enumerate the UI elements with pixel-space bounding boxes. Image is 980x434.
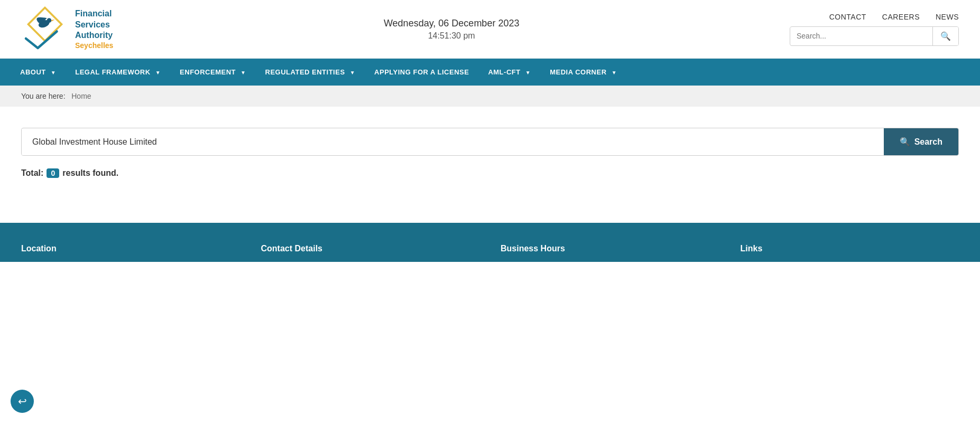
entity-search-input[interactable]	[22, 129, 884, 155]
top-links: CONTACT CAREERS NEWS	[829, 13, 959, 21]
results-count: 0	[47, 168, 59, 178]
header-search-box: 🔍	[790, 26, 959, 46]
datetime-display: Wednesday, 06 December 2023 14:51:30 pm	[384, 18, 520, 41]
search-button-label: Search	[914, 137, 942, 147]
careers-link[interactable]: CAREERS	[882, 13, 920, 21]
results-suffix: results found.	[62, 168, 118, 178]
logo-area: Financial Services Authority Seychelles	[21, 5, 113, 53]
news-link[interactable]: NEWS	[936, 13, 959, 21]
nav-link-regulated-entities[interactable]: REGULATED ENTITIES ▼	[256, 59, 365, 86]
top-bar: Financial Services Authority Seychelles …	[0, 0, 980, 59]
chevron-down-icon: ▼	[51, 70, 56, 76]
breadcrumb-prefix: You are here:	[21, 92, 66, 100]
logo-text: Financial Services Authority Seychelles	[75, 8, 113, 50]
footer-col-links: Links	[741, 244, 959, 262]
header-search-input[interactable]	[790, 27, 932, 44]
chevron-down-icon: ▼	[525, 70, 531, 76]
org-sub: Seychelles	[75, 41, 113, 50]
svg-marker-3	[51, 20, 54, 22]
chevron-down-icon: ▼	[612, 70, 617, 76]
nav-item-aml-cft: AML-CFT ▼	[478, 59, 540, 86]
nav-item-enforcement: ENFORCEMENT ▼	[170, 59, 255, 86]
results-total: Total: 0 results found.	[21, 168, 959, 178]
header-search-button[interactable]: 🔍	[932, 27, 958, 45]
nav-link-legal-framework[interactable]: LEGAL FRAMEWORK ▼	[66, 59, 170, 86]
footer-hours-heading: Business Hours	[501, 244, 719, 253]
nav-link-about[interactable]: ABOUT ▼	[11, 59, 66, 86]
entity-search-row: 🔍 Search	[21, 128, 959, 156]
chevron-down-icon: ▼	[350, 70, 355, 76]
nav-item-media-corner: MEDIA CORNER ▼	[540, 59, 626, 86]
footer-col-location: Location	[21, 244, 240, 262]
chevron-down-icon: ▼	[155, 70, 161, 76]
contact-link[interactable]: CONTACT	[829, 13, 866, 21]
footer-col-hours: Business Hours	[501, 244, 719, 262]
nav-item-about: ABOUT ▼	[11, 59, 66, 86]
svg-point-2	[47, 18, 52, 23]
nav-link-aml-cft[interactable]: AML-CFT ▼	[478, 59, 540, 86]
footer-grid: Location Contact Details Business Hours …	[21, 244, 959, 262]
time-display: 14:51:30 pm	[384, 31, 520, 41]
footer-links-heading: Links	[741, 244, 959, 253]
date-display: Wednesday, 06 December 2023	[384, 18, 520, 29]
breadcrumb: You are here: Home	[0, 86, 980, 107]
breadcrumb-home[interactable]: Home	[71, 92, 91, 100]
top-right: CONTACT CAREERS NEWS 🔍	[790, 13, 959, 46]
nav-link-applying-license[interactable]: APPLYING FOR A LICENSE	[365, 59, 478, 86]
chevron-down-icon: ▼	[241, 70, 246, 76]
org-name: Financial Services Authority	[75, 8, 113, 41]
main-content: 🔍 Search Total: 0 results found.	[0, 107, 980, 223]
search-icon: 🔍	[900, 137, 910, 147]
nav-item-legal-framework: LEGAL FRAMEWORK ▼	[66, 59, 170, 86]
nav-link-media-corner[interactable]: MEDIA CORNER ▼	[540, 59, 626, 86]
footer-col-contact: Contact Details	[261, 244, 480, 262]
results-prefix: Total:	[21, 168, 43, 178]
footer-contact-heading: Contact Details	[261, 244, 480, 253]
nav-item-regulated-entities: REGULATED ENTITIES ▼	[256, 59, 365, 86]
logo-icon	[21, 5, 69, 53]
nav-link-enforcement[interactable]: ENFORCEMENT ▼	[170, 59, 255, 86]
main-nav: ABOUT ▼ LEGAL FRAMEWORK ▼ ENFORCEMENT ▼ …	[0, 59, 980, 86]
nav-item-applying-license: APPLYING FOR A LICENSE	[365, 59, 478, 86]
search-icon: 🔍	[940, 32, 951, 41]
entity-search-button[interactable]: 🔍 Search	[884, 128, 958, 155]
footer-location-heading: Location	[21, 244, 240, 253]
footer: Location Contact Details Business Hours …	[0, 223, 980, 262]
